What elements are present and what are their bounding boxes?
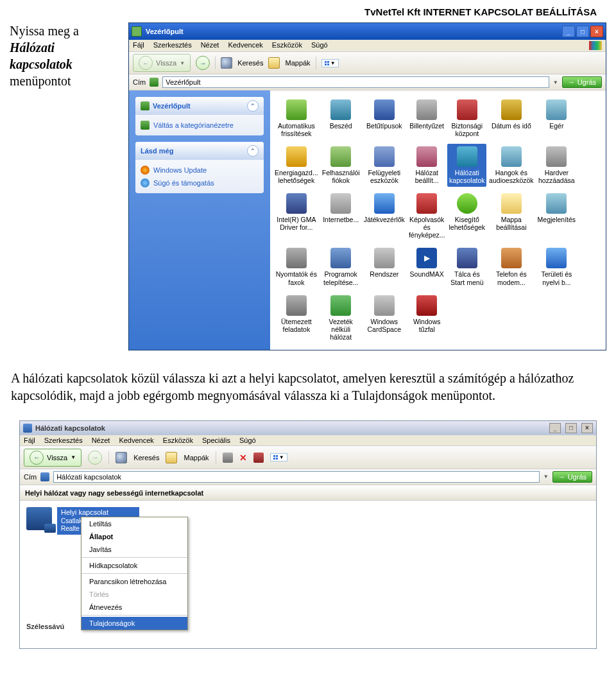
menu-szerkesztés[interactable]: Szerkesztés xyxy=(44,436,83,444)
control-panel-item[interactable]: Programok telepítése... xyxy=(321,245,361,288)
maximize-button[interactable]: □ xyxy=(565,423,577,433)
control-panel-item[interactable]: SoundMAX xyxy=(407,245,447,288)
control-panel-item[interactable]: Betűtípusok xyxy=(363,97,406,140)
back-button[interactable]: ← Vissza ▼ xyxy=(24,449,81,467)
address-input[interactable] xyxy=(53,471,540,483)
item-icon xyxy=(286,295,307,316)
minimize-button[interactable]: _ xyxy=(562,26,575,37)
menu-fájl[interactable]: Fájl xyxy=(24,436,35,444)
toolbar-icon[interactable] xyxy=(223,453,233,463)
delete-icon[interactable]: ✕ xyxy=(239,453,247,463)
menu-eszközök[interactable]: Eszközök xyxy=(272,41,302,50)
minimize-button[interactable]: _ xyxy=(549,423,561,433)
menu-nézet[interactable]: Nézet xyxy=(92,436,110,444)
control-panel-item[interactable]: Intel(R) GMA Driver for... xyxy=(273,191,320,241)
close-button[interactable]: × xyxy=(581,423,593,433)
see-also-header[interactable]: Lásd még ⌃ xyxy=(135,142,264,160)
context-menu-item[interactable]: Állapot xyxy=(81,530,187,543)
item-icon xyxy=(330,248,351,268)
control-panel-item[interactable]: Képolvasók és fényképez... xyxy=(407,191,447,241)
control-panel-item[interactable]: Egér xyxy=(536,97,578,140)
control-panel-item[interactable]: Megjelenítés xyxy=(536,191,578,241)
control-panel-item[interactable]: Dátum és idő xyxy=(488,97,535,140)
control-panel-item[interactable]: Kisegítő lehetőségek xyxy=(447,191,486,241)
control-panel-item[interactable]: Rendszer xyxy=(363,245,406,288)
control-panel-item[interactable]: Felügyeleti eszközök xyxy=(363,144,406,187)
item-label: Hálózati kapcsolatok xyxy=(449,169,485,184)
control-panel-item[interactable]: Billentyűzet xyxy=(407,97,447,140)
context-menu-item[interactable]: Hídkapcsolatok xyxy=(81,559,187,572)
menu-kedvencek[interactable]: Kedvencek xyxy=(119,436,153,444)
menu-súgó[interactable]: Súgó xyxy=(239,436,256,444)
context-menu-item[interactable]: Átnevezés xyxy=(81,601,187,614)
titlebar[interactable]: Hálózati kapcsolatok _ □ × xyxy=(20,421,596,435)
control-panel-item[interactable]: Ütemezett feladatok xyxy=(273,293,320,343)
folders-button[interactable]: Mappák xyxy=(184,454,209,462)
go-button[interactable]: →Ugrás xyxy=(562,76,602,88)
collapse-icon[interactable]: ⌃ xyxy=(247,145,259,157)
menu-súgó[interactable]: Súgó xyxy=(311,41,328,50)
menu-fájl[interactable]: Fájl xyxy=(133,41,144,50)
control-panel-item[interactable]: Telefon és modem... xyxy=(488,245,535,288)
control-panel-item[interactable]: Hardver hozzáadása xyxy=(536,144,578,187)
context-menu-item[interactable]: Javítás xyxy=(81,543,187,556)
control-panel-item[interactable]: Felhasználói fiókok xyxy=(321,144,361,187)
item-icon xyxy=(546,99,567,120)
control-panel-item[interactable]: Játékvezérlők xyxy=(363,191,406,241)
control-panel-item[interactable]: Automatikus frissítések xyxy=(273,97,320,140)
menu-speciális[interactable]: Speciális xyxy=(202,436,230,444)
control-panel-item[interactable]: Vezeték nélküli hálózat xyxy=(321,293,361,343)
control-panel-item[interactable]: Beszéd xyxy=(321,97,361,140)
close-button[interactable]: × xyxy=(590,26,603,37)
go-button[interactable]: →Ugrás xyxy=(552,471,592,483)
item-icon xyxy=(286,193,307,214)
menu-kedvencek[interactable]: Kedvencek xyxy=(228,41,262,50)
control-panel-item[interactable]: Hálózat beállít... xyxy=(407,144,447,187)
titlebar[interactable]: Vezérlőpult _ □ × xyxy=(129,23,606,40)
view-mode-button[interactable]: ▼ xyxy=(270,453,287,462)
item-icon xyxy=(501,146,522,167)
menu-szerkesztés[interactable]: Szerkesztés xyxy=(153,41,192,50)
toolbar-icon[interactable] xyxy=(253,453,264,463)
context-menu-item[interactable]: Parancsikon létrehozása xyxy=(81,575,187,588)
switch-category-view-link[interactable]: Váltás a kategórianézetre xyxy=(141,119,259,132)
item-icon xyxy=(286,248,307,268)
search-button[interactable]: Keresés xyxy=(133,454,159,462)
control-panel-item[interactable]: Windows tűzfal xyxy=(407,293,447,343)
menu-nézet[interactable]: Nézet xyxy=(201,41,219,50)
search-button[interactable]: Keresés xyxy=(237,59,263,67)
context-menu-item[interactable]: Letiltás xyxy=(81,517,187,530)
control-panel-item[interactable]: Energiagazd... lehetőségek xyxy=(273,144,320,187)
help-support-link[interactable]: Súgó és támogatás xyxy=(141,177,259,189)
control-panel-item[interactable]: Mappa beállításai xyxy=(488,191,535,241)
control-panel-item[interactable]: Hangok és audioeszközök xyxy=(488,144,535,187)
item-label: Területi és nyelvi b... xyxy=(538,270,576,286)
item-label: Játékvezérlők xyxy=(364,216,405,223)
item-label: Dátum és idő xyxy=(489,122,533,130)
control-panel-item[interactable]: Windows CardSpace xyxy=(363,293,406,343)
address-input[interactable] xyxy=(162,76,549,88)
control-panel-item[interactable]: Internetbe... xyxy=(321,191,361,241)
collapse-icon[interactable]: ⌃ xyxy=(247,100,259,112)
forward-button[interactable]: → xyxy=(88,451,102,465)
item-label: Tálca és Start menü xyxy=(449,270,485,286)
window-title: Vezérlőpult xyxy=(146,28,184,35)
task-pane-header[interactable]: Vezérlőpult ⌃ xyxy=(135,97,264,115)
control-panel-item[interactable]: Biztonsági központ xyxy=(447,97,486,140)
control-panel-item[interactable]: Nyomtatók és faxok xyxy=(273,245,320,288)
address-icon xyxy=(40,472,49,481)
back-button[interactable]: ← Vissza ▼ xyxy=(133,54,191,72)
menu-eszközök[interactable]: Eszközök xyxy=(163,436,193,444)
item-icon xyxy=(457,193,477,214)
item-label: Kisegítő lehetőségek xyxy=(449,216,485,231)
context-menu-item[interactable]: Tulajdonságok xyxy=(81,617,187,630)
control-panel-item[interactable]: Tálca és Start menü xyxy=(447,245,486,288)
windows-update-link[interactable]: Windows Update xyxy=(141,164,259,177)
folders-button[interactable]: Mappák xyxy=(285,59,310,67)
control-panel-item[interactable]: Hálózati kapcsolatok xyxy=(447,144,486,187)
network-connections-window: Hálózati kapcsolatok _ □ × FájlSzerkeszt… xyxy=(19,420,597,649)
forward-button[interactable]: → xyxy=(196,56,210,70)
view-mode-button[interactable]: ▼ xyxy=(321,59,339,67)
control-panel-item[interactable]: Területi és nyelvi b... xyxy=(536,245,578,288)
maximize-button[interactable]: □ xyxy=(576,26,589,37)
